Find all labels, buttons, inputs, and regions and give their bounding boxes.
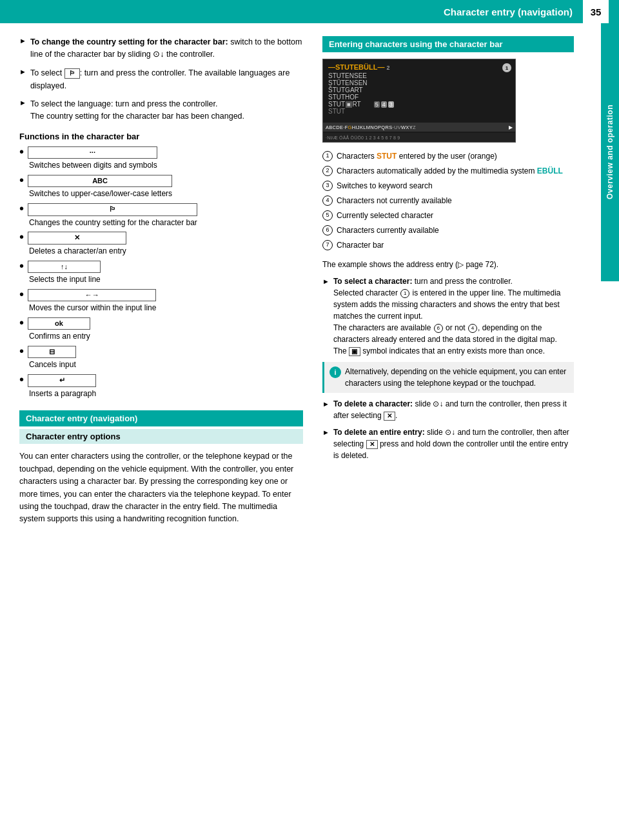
bullet-arrow-1: ► (19, 37, 26, 45)
side-tab-label: Overview and operation (605, 105, 614, 199)
functions-list: • ··· Switches between digits and symbol… (19, 146, 303, 399)
nav-image-inner: —STUTEBÜLL— 2 STUTENSEE STÜTENSEN ŠTUTGA… (323, 59, 515, 119)
header-bar: Character entry (navigation) 35 (0, 0, 619, 23)
bullet-arrow-2: ► (19, 68, 26, 75)
num-circle-1: 1 (322, 151, 333, 161)
num-circle-3: 3 (322, 181, 333, 191)
delete-entry-icon: ✕ (366, 440, 378, 449)
circle-ref-6: 6 (434, 324, 443, 333)
numbered-text-6: Characters currently available (337, 225, 439, 236)
func-delete-desc: Deletes a character/an entry (29, 246, 126, 257)
numbered-text-5: Currently selected character (337, 210, 433, 221)
func-ok-desc: Confirms an entry (29, 331, 90, 342)
num-circle-2: 2 (322, 166, 333, 176)
dot-2: • (19, 174, 24, 186)
nav-item-2: STUTENSEE (328, 72, 510, 79)
num-circle-4: 4 (322, 195, 333, 206)
nav-item-3: STÜTENSEN (328, 79, 510, 86)
func-flag-desc: Changes the country setting for the char… (29, 217, 197, 228)
nav-item-6: STUT■RT 5 4 3 (328, 101, 510, 108)
right-bullet-text-2: To delete a character: slide ⊙↓ and turn… (333, 398, 574, 421)
func-delete-icon: ✕ (28, 232, 126, 244)
rb-bold-2: To delete a character: (333, 399, 413, 408)
func-cancel-desc: Cancels input (29, 359, 76, 370)
dot-8: • (19, 345, 24, 357)
numbered-item-3: 3 Switches to keyword search (322, 180, 574, 192)
entering-heading: Entering characters using the character … (322, 36, 574, 52)
func-ok-content: ok Confirms an entry (28, 317, 90, 342)
page-number: 35 (583, 0, 609, 23)
func-delete: • ✕ Deletes a character/an entry (19, 232, 303, 256)
func-paragraph: • ↵ Inserts a paragraph (19, 374, 303, 399)
func-cancel-icon: ⊟ (28, 346, 76, 358)
body-paragraph: You can enter characters using the contr… (19, 450, 303, 525)
nav-image: —STUTEBÜLL— 2 STUTENSEE STÜTENSEN ŠTUTGA… (322, 59, 516, 143)
bullet-item-2: ► To select 🏳: turn and press the contro… (19, 67, 303, 92)
info-icon: i (329, 366, 341, 378)
bullet-text-1: To change the country setting for the ch… (30, 36, 303, 61)
bullet-item-3: ► To select the language: turn and press… (19, 98, 303, 123)
section-bar: Character entry (navigation) (19, 410, 303, 426)
func-leftright-desc: Moves the cursor within the input line (29, 303, 156, 314)
dot-9: • (19, 373, 24, 386)
nav-side-labels: 1 (502, 63, 511, 72)
num-circle-7: 7 (322, 240, 333, 250)
dot-4: • (19, 230, 24, 243)
numbered-text-2: Characters automatically added by the mu… (337, 165, 563, 177)
numbered-text-3: Switches to keyword search (337, 180, 433, 192)
func-flag-content: 🏳 Changes the country setting for the ch… (28, 203, 197, 228)
right-bullet-text-3: To delete an entire entry: slide ⊙↓ and … (333, 426, 574, 461)
nav-numbers-text: ·NI/Æ ÖÄÅ ÖÜÖ0 1 2 3 4 5 6 7 8 9 (326, 135, 400, 140)
right-column: Entering characters using the character … (316, 23, 600, 544)
numbered-text-7: Character bar (337, 239, 384, 251)
func-leftright: • ←→ Moves the cursor within the input l… (19, 289, 303, 314)
bullet-text-2: To select 🏳: turn and press the controll… (30, 67, 303, 92)
func-delete-content: ✕ Deletes a character/an entry (28, 232, 126, 256)
numbered-text-4: Characters not currently available (337, 195, 452, 206)
func-flag: • 🏳 Changes the country setting for the … (19, 203, 303, 228)
func-updown-icon: ↑↓ (28, 261, 101, 273)
nav-char-bar: ABCDE·FGHIJKLMNOPQRS·UVWXYZ ▶ (323, 123, 515, 132)
dot-5: • (19, 259, 24, 272)
side-tab: Overview and operation (601, 23, 619, 281)
nav-item-5: STUTHOF (328, 94, 510, 101)
nav-arrow: ▶ (509, 125, 513, 130)
func-leftright-content: ←→ Moves the cursor within the input lin… (28, 289, 156, 314)
func-cancel-content: ⊟ Cancels input (28, 346, 76, 370)
func-dots-content: ··· Switches between digits and symbols (28, 146, 157, 171)
func-paragraph-icon: ↵ (28, 374, 96, 386)
nav-highlighted-item: —STUTEBÜLL— 2 (328, 63, 510, 71)
bullet-text-3: To select the language: turn and press t… (30, 98, 244, 123)
numbered-text-1: Characters STUT entered by the user (ora… (337, 150, 497, 162)
num-circle-5: 5 (322, 210, 333, 221)
func-cancel: • ⊟ Cancels input (19, 346, 303, 370)
func-dots-icon: ··· (28, 146, 157, 159)
func-updown-desc: Selects the input line (29, 274, 101, 285)
functions-heading: Functions in the character bar (19, 132, 303, 141)
num-circle-6: 6 (322, 225, 333, 235)
right-bullet-arrow-1: ► (322, 276, 329, 287)
numbered-item-2: 2 Characters automatically added by the … (322, 165, 574, 177)
func-leftright-icon: ←→ (28, 289, 156, 301)
numbered-item-6: 6 Characters currently available (322, 225, 574, 236)
left-column: ► To change the country setting for the … (0, 23, 316, 544)
func-abc-content: ABC Switches to upper-case/lower-case le… (28, 175, 172, 199)
numbered-item-5: 5 Currently selected character (322, 210, 574, 221)
bullet-arrow-3: ► (19, 99, 26, 106)
numbered-item-7: 7 Character bar (322, 239, 574, 251)
section-bar-sub: Character entry options (19, 429, 303, 444)
func-paragraph-desc: Inserts a paragraph (29, 388, 96, 399)
right-bullet-arrow-3: ► (322, 427, 329, 438)
dot-6: • (19, 288, 24, 301)
func-abc-icon: ABC (28, 175, 172, 187)
func-dots-desc: Switches between digits and symbols (29, 160, 157, 171)
main-content: ► To change the country setting for the … (0, 23, 619, 544)
dot-3: • (19, 202, 24, 215)
func-updown-content: ↑↓ Selects the input line (28, 261, 101, 285)
right-bullet-text-1: To select a character: turn and press th… (333, 275, 574, 357)
func-ok: • ok Confirms an entry (19, 317, 303, 342)
header-title: Character entry (navigation) (0, 6, 583, 17)
bullet-item-1: ► To change the country setting for the … (19, 36, 303, 61)
func-paragraph-content: ↵ Inserts a paragraph (28, 374, 96, 399)
func-flag-icon: 🏳 (28, 203, 197, 215)
